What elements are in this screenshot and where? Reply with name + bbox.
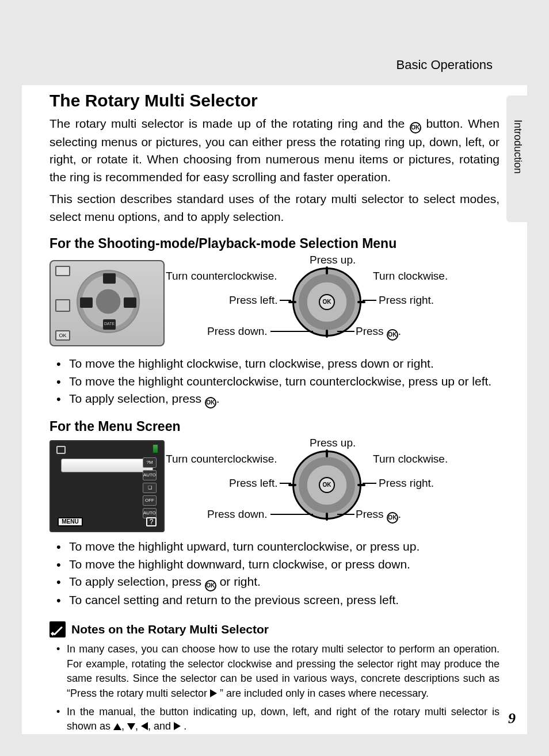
- page-title: The Rotary Multi Selector: [49, 91, 500, 110]
- page-number: 9: [508, 710, 516, 727]
- dial-diagram: Press up. Turn counterclockwise. Turn cl…: [171, 440, 471, 532]
- list-item: To move the highlight counterclockwise, …: [56, 373, 500, 390]
- label-turn-cw: Turn clockwise.: [373, 270, 448, 282]
- figure-mode-selection: DATE OK Press up. Turn counterclockwise.…: [49, 257, 500, 349]
- text: The rotary multi selector is made up of …: [49, 117, 410, 130]
- page-background: Introduction Basic Operations The Rotary…: [0, 0, 549, 756]
- menu-screen-thumb: ?M AUTO ❏ OFF AUTO MENU ?: [49, 440, 165, 532]
- pencil-icon: [49, 621, 66, 637]
- ok-icon: OK: [410, 122, 421, 133]
- rotary-dial-diagram-icon: OK: [292, 450, 361, 520]
- ok-button-thumb: OK: [55, 330, 70, 341]
- list-item: To move the highlight downward, turn clo…: [56, 556, 500, 573]
- label-press-right: Press right.: [379, 294, 434, 307]
- triangle-left-icon: [141, 722, 148, 730]
- label-press-left: Press left.: [229, 294, 277, 307]
- list-item: In many cases, you can choose how to use…: [56, 642, 500, 701]
- triangle-right-icon: [174, 722, 181, 730]
- notes-heading: Notes on the Rotary Multi Selector: [49, 621, 500, 637]
- dial-diagram: Press up. Turn counterclockwise. Turn cl…: [171, 257, 471, 349]
- figure-menu-screen: ?M AUTO ❏ OFF AUTO MENU ? Press up. Turn…: [49, 440, 500, 532]
- list-item: To cancel setting and return to the prev…: [56, 591, 500, 609]
- label-press-down: Press down.: [207, 508, 268, 521]
- list-item: To move the highlight clockwise, turn cl…: [56, 355, 500, 372]
- rotary-dial-diagram-icon: OK: [292, 268, 361, 337]
- label-press-up: Press up.: [310, 254, 356, 266]
- subheading-mode-selection: For the Shooting-mode/Playback-mode Sele…: [49, 236, 500, 251]
- camera-screen-thumb: DATE OK: [49, 260, 165, 346]
- ok-icon: OK: [205, 397, 216, 408]
- label-press-left: Press left.: [229, 477, 277, 490]
- section-tab-label: Introduction: [512, 120, 524, 174]
- ok-icon: OK: [205, 580, 216, 591]
- label-turn-cw: Turn clockwise.: [373, 453, 448, 465]
- list-item: In the manual, the button indicating up,…: [56, 705, 500, 734]
- list-item: To apply selection, press OK.: [56, 390, 500, 408]
- menu-label: MENU: [58, 517, 83, 526]
- list-item: To move the highlight upward, turn count…: [56, 538, 500, 555]
- content: The Rotary Multi Selector The rotary mul…: [49, 91, 500, 738]
- label-press-down: Press down.: [207, 325, 268, 338]
- triangle-right-icon: [210, 689, 217, 697]
- label-turn-ccw: Turn counterclockwise.: [166, 270, 277, 282]
- label-press-right: Press right.: [379, 477, 434, 490]
- subheading-menu-screen: For the Menu Screen: [49, 419, 500, 434]
- page: Introduction Basic Operations The Rotary…: [22, 22, 527, 734]
- ok-icon: OK: [387, 512, 398, 524]
- bullets-mode-selection: To move the highlight clockwise, turn cl…: [49, 355, 500, 408]
- label-press-ok: Press OK.: [356, 325, 401, 341]
- triangle-up-icon: [113, 723, 121, 730]
- label-press-ok: Press OK.: [356, 508, 401, 524]
- bullets-menu-screen: To move the highlight upward, turn count…: [49, 538, 500, 609]
- header-band: [22, 22, 527, 85]
- notes-list: In many cases, you can choose how to use…: [49, 642, 500, 734]
- triangle-down-icon: [127, 723, 135, 730]
- intro-paragraph-1: The rotary multi selector is made up of …: [49, 115, 500, 186]
- intro-paragraph-2: This section describes standard uses of …: [49, 190, 500, 226]
- label-press-up: Press up.: [310, 437, 356, 449]
- rotary-dial-icon: DATE: [77, 270, 140, 333]
- list-item: To apply selection, press OK or right.: [56, 573, 500, 591]
- label-turn-ccw: Turn counterclockwise.: [166, 453, 277, 465]
- header-title: Basic Operations: [396, 58, 493, 72]
- notes-title: Notes on the Rotary Multi Selector: [71, 623, 269, 636]
- ok-icon: OK: [387, 329, 398, 341]
